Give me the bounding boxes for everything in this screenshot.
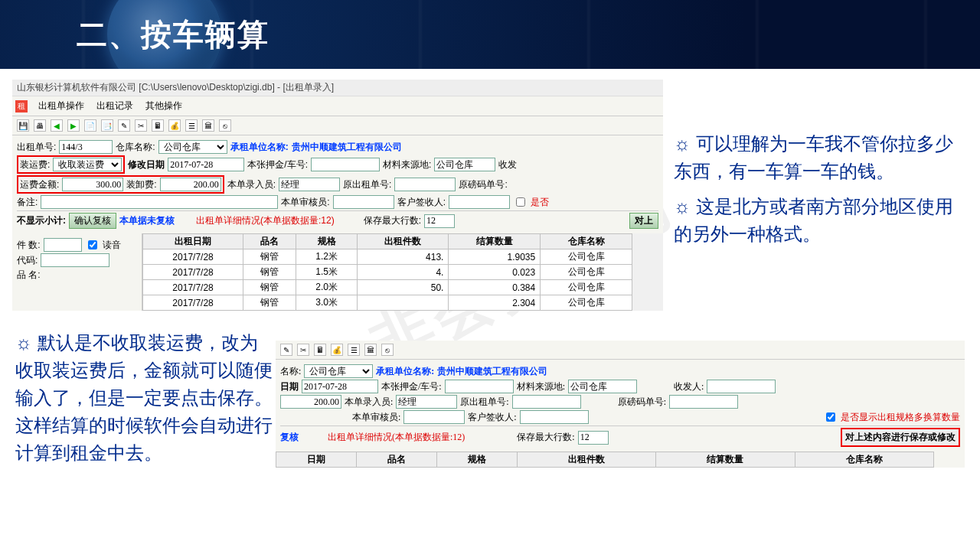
input2-load-fee[interactable] <box>280 395 341 409</box>
tool-copy-icon[interactable]: 📑 <box>101 119 113 132</box>
input2-sign[interactable] <box>520 410 589 424</box>
save-button-highlighted[interactable]: 对上述内容进行保存或修改 <box>841 428 960 447</box>
table-row[interactable]: 2017/7/28钢管2.0米50.0.384公司仓库 <box>143 280 632 295</box>
col-qty[interactable]: 出租件数 <box>357 234 449 249</box>
tool-exit-icon[interactable]: ⎋ <box>219 119 231 132</box>
label-weigh: 原磅码单号: <box>459 178 507 191</box>
label-deposit: 本张押金/车号: <box>247 158 308 171</box>
input2-entry[interactable] <box>396 395 457 409</box>
tool-new-icon[interactable]: 📄 <box>84 119 96 132</box>
tool-edit-icon[interactable]: ✎ <box>118 119 130 132</box>
tool2-calc-icon[interactable]: 🖩 <box>314 344 326 356</box>
right-notes: 可以理解为一车我不管你拉多少东西，有一车算一车的钱。 这是北方或者南方部分地区使… <box>674 130 965 256</box>
tool-print-icon[interactable]: 🖶 <box>34 119 46 132</box>
input2-recv[interactable] <box>707 380 776 393</box>
label2-store: 名称: <box>280 365 301 378</box>
label-sign: 客户签收人: <box>397 196 446 209</box>
input-deposit[interactable] <box>311 158 380 171</box>
table-row[interactable]: 2017/7/28钢管3.0米2.304公司仓库 <box>143 295 632 311</box>
value-tenant: 贵州中顺建筑工程有限公司 <box>292 141 402 154</box>
detail-info-2: 出租单详细情况(本单据数据量:12) <box>328 431 465 444</box>
col2-spec[interactable]: 规格 <box>436 452 517 468</box>
label2-entry: 本单录入员: <box>345 396 393 409</box>
select-freight-mode[interactable]: 收取装运费 <box>53 158 122 171</box>
tool-bank-icon[interactable]: 🏛 <box>202 119 214 132</box>
left-notes: 默认是不收取装运费，改为收取装运费后，金额就可以随便输入了，但是一定要点击保存。… <box>15 329 276 467</box>
label-mod-date: 修改日期 <box>128 158 165 171</box>
tool2-bank-icon[interactable]: 🏛 <box>364 344 377 356</box>
input2-maxrow[interactable] <box>578 431 609 445</box>
label-remark: 备注: <box>17 196 38 209</box>
select-store[interactable]: 公司仓库 <box>158 140 227 154</box>
checkbox2-flag[interactable] <box>826 412 835 422</box>
input-mod-date[interactable] <box>168 158 244 171</box>
col-date[interactable]: 出租日期 <box>143 234 243 249</box>
toolbar: 💾 🖶 ◀ ▶ 📄 📑 ✎ ✂ 🖩 💰 ☰ 🏛 ⎋ <box>12 116 663 135</box>
menu-other-ops[interactable]: 其他操作 <box>141 98 187 114</box>
detail-grid-2: 日期 品名 规格 出租件数 结算数量 仓库名称 <box>276 452 934 468</box>
app-window-1: 山东银杉计算机软件有限公司 [C:\Users\lenovo\Desktop\z… <box>12 80 663 311</box>
input-sign[interactable] <box>449 195 510 209</box>
col2-store[interactable]: 仓库名称 <box>795 452 933 468</box>
col2-name[interactable]: 品名 <box>356 452 436 468</box>
tool-cut-icon[interactable]: ✂ <box>135 119 147 132</box>
confirm-audit-button[interactable]: 确认复核 <box>69 213 116 229</box>
tool2-list-icon[interactable]: ☰ <box>348 344 360 356</box>
menu-rental-records[interactable]: 出租记录 <box>92 98 138 114</box>
tool-money-icon[interactable]: 💰 <box>168 119 181 132</box>
col-spec[interactable]: 规格 <box>296 234 357 249</box>
tool-list-icon[interactable]: ☰ <box>185 119 198 132</box>
app-window-2: ✎ ✂ 🖩 💰 ☰ 🏛 ⎋ 名称: 公司仓库 承租单位名称: 贵州中顺建筑工程有… <box>276 341 965 468</box>
tool-save-icon[interactable]: 💾 <box>17 119 29 132</box>
checkbox-read[interactable] <box>88 240 97 249</box>
label2-date: 日期 <box>280 380 299 393</box>
input-orig[interactable] <box>394 178 456 191</box>
col-name[interactable]: 品名 <box>243 234 296 249</box>
label2-sign: 客户签收人: <box>468 411 516 424</box>
input-audit[interactable] <box>333 195 394 209</box>
tool-next-icon[interactable]: ▶ <box>67 119 80 132</box>
input-count[interactable] <box>44 238 82 252</box>
col-calc[interactable]: 结算数量 <box>449 234 541 249</box>
col2-date[interactable]: 日期 <box>276 452 357 468</box>
input-order-no[interactable] <box>59 140 113 154</box>
input-code[interactable] <box>41 253 109 267</box>
label-freight-mode: 装运费: <box>20 158 50 171</box>
input-maxrow[interactable] <box>424 214 455 228</box>
tool2-cut-icon[interactable]: ✂ <box>297 344 309 356</box>
label-flag-partial: 是否 <box>531 196 549 209</box>
input-freight-amt[interactable] <box>62 178 123 191</box>
col2-calc[interactable]: 结算数量 <box>656 452 795 468</box>
save-top-button[interactable]: 对上 <box>629 213 658 229</box>
tool-prev-icon[interactable]: ◀ <box>51 119 63 132</box>
input2-weigh[interactable] <box>669 395 738 409</box>
input2-orig[interactable] <box>512 395 581 409</box>
toolbar-2: ✎ ✂ 🖩 💰 ☰ 🏛 ⎋ <box>276 341 965 360</box>
input2-deposit[interactable] <box>445 380 514 393</box>
label2-audit: 本单审核员: <box>352 411 400 424</box>
col2-qty[interactable]: 出租件数 <box>517 452 655 468</box>
input-load-fee[interactable] <box>160 178 221 191</box>
table-row[interactable]: 2017/7/28钢管1.2米413.1.9035公司仓库 <box>143 249 632 265</box>
label-load-fee: 装卸费: <box>126 178 156 191</box>
table-row[interactable]: 2017/7/28钢管1.5米4.0.023公司仓库 <box>143 265 632 280</box>
input2-audit[interactable] <box>403 410 465 424</box>
menu-rental-ops[interactable]: 出租单操作 <box>34 98 89 114</box>
input-remark[interactable] <box>41 195 278 209</box>
tool-calc-icon[interactable]: 🖩 <box>152 119 164 132</box>
menubar: 租 出租单操作 出租记录 其他操作 <box>12 96 663 116</box>
tool2-exit-icon[interactable]: ⎋ <box>381 344 394 356</box>
input-src[interactable] <box>434 158 495 171</box>
label-src: 材料来源地: <box>383 158 431 171</box>
input-entry[interactable] <box>279 178 340 191</box>
input2-date[interactable] <box>302 380 378 393</box>
tool2-money-icon[interactable]: 💰 <box>331 344 343 356</box>
input2-src[interactable] <box>568 380 637 393</box>
col-store[interactable]: 仓库名称 <box>541 234 632 249</box>
tool2-edit-icon[interactable]: ✎ <box>280 344 292 356</box>
label2-tenant: 承租单位名称: <box>376 365 434 378</box>
checkbox-flag[interactable] <box>516 197 525 207</box>
form-zone: 出租单号: 仓库名称: 公司仓库 承租单位名称: 贵州中顺建筑工程有限公司 装运… <box>12 135 663 233</box>
select2-store[interactable]: 公司仓库 <box>304 364 373 378</box>
freight-redbox: 装运费: 收取装运费 <box>17 155 125 174</box>
